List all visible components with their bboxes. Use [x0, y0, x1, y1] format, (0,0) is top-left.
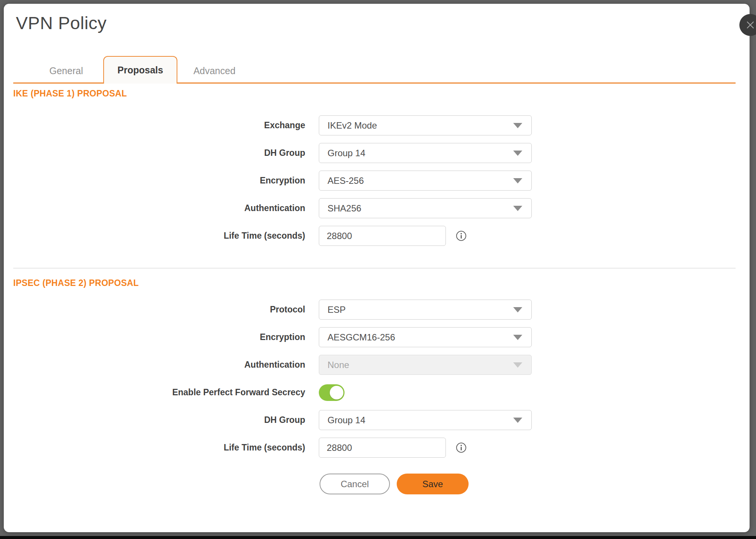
- exchange-label: Exchange: [13, 120, 305, 130]
- tab-bar: General Proposals Advanced: [13, 55, 736, 84]
- info-icon: [456, 230, 467, 241]
- chevron-down-icon: [513, 123, 522, 128]
- section-heading-ike-phase1: IKE (PHASE 1) PROPOSAL: [13, 88, 736, 99]
- pfs-label: Enable Perfect Forward Secrecy: [13, 387, 305, 398]
- ipsec-life-time-label: Life Time (seconds): [13, 443, 305, 453]
- chevron-down-icon: [513, 418, 522, 423]
- ike-life-time-input[interactable]: [319, 226, 446, 246]
- field-row-ipsec-life-time: Life Time (seconds): [13, 438, 736, 458]
- protocol-select-value: ESP: [328, 304, 346, 315]
- screen-bottom-edge: [0, 536, 756, 539]
- chevron-down-icon: [513, 206, 522, 211]
- ike-authentication-select-value: SHA256: [328, 203, 361, 214]
- save-button[interactable]: Save: [397, 474, 469, 494]
- protocol-label: Protocol: [13, 304, 305, 315]
- ipsec-encryption-label: Encryption: [13, 332, 305, 342]
- chevron-down-icon: [513, 178, 522, 183]
- proposals-tab-content: IKE (PHASE 1) PROPOSAL Exchange IKEv2 Mo…: [4, 88, 750, 494]
- field-row-ike-encryption: Encryption AES-256: [13, 171, 736, 191]
- field-row-ike-dh-group: DH Group Group 14: [13, 143, 736, 163]
- ipsec-dh-group-label: DH Group: [13, 415, 305, 425]
- dialog-footer: Cancel Save: [320, 474, 736, 494]
- ike-authentication-select[interactable]: SHA256: [319, 198, 532, 218]
- section-divider: [13, 268, 736, 269]
- field-row-ike-life-time: Life Time (seconds): [13, 226, 736, 246]
- close-icon: [745, 20, 755, 30]
- field-row-pfs-toggle: Enable Perfect Forward Secrecy: [13, 382, 736, 402]
- ike-dh-group-select-value: Group 14: [328, 148, 365, 158]
- tab-proposals[interactable]: Proposals: [103, 56, 177, 84]
- field-row-ike-authentication: Authentication SHA256: [13, 198, 736, 218]
- protocol-select[interactable]: ESP: [319, 300, 532, 320]
- ike-dh-group-select[interactable]: Group 14: [319, 143, 532, 163]
- field-row-exchange: Exchange IKEv2 Mode: [13, 115, 736, 135]
- ipsec-encryption-select[interactable]: AESGCM16-256: [319, 327, 532, 347]
- cancel-button[interactable]: Cancel: [320, 474, 390, 494]
- ipsec-authentication-label: Authentication: [13, 360, 305, 370]
- field-row-protocol: Protocol ESP: [13, 300, 736, 320]
- chevron-down-icon: [513, 335, 522, 340]
- info-icon: [456, 442, 467, 453]
- tab-advanced[interactable]: Advanced: [177, 59, 251, 82]
- pfs-toggle-on[interactable]: [319, 384, 345, 401]
- ipsec-dh-group-select[interactable]: Group 14: [319, 410, 532, 430]
- field-row-ipsec-encryption: Encryption AESGCM16-256: [13, 327, 736, 347]
- tab-general[interactable]: General: [29, 59, 103, 82]
- page-title: VPN Policy: [16, 12, 750, 34]
- exchange-select[interactable]: IKEv2 Mode: [319, 115, 532, 135]
- field-row-ipsec-authentication: Authentication None: [13, 355, 736, 375]
- chevron-down-icon: [513, 307, 522, 312]
- ike-encryption-select-value: AES-256: [328, 176, 364, 186]
- vpn-policy-dialog: VPN Policy General Proposals Advanced IK…: [4, 4, 750, 532]
- ipsec-authentication-select-disabled: None: [319, 355, 532, 375]
- chevron-down-icon: [513, 151, 522, 156]
- toggle-knob: [330, 386, 343, 399]
- chevron-down-icon: [513, 362, 522, 368]
- ipsec-authentication-select-value: None: [328, 360, 349, 370]
- ike-encryption-select[interactable]: AES-256: [319, 171, 532, 191]
- section-heading-ipsec-phase2: IPSEC (PHASE 2) PROPOSAL: [13, 278, 736, 288]
- ike-dh-group-label: DH Group: [13, 148, 305, 158]
- ike-encryption-label: Encryption: [13, 176, 305, 186]
- ipsec-life-time-input[interactable]: [319, 438, 446, 458]
- exchange-select-value: IKEv2 Mode: [328, 120, 377, 131]
- ipsec-encryption-select-value: AESGCM16-256: [328, 332, 395, 343]
- ike-life-time-label: Life Time (seconds): [13, 231, 305, 241]
- ike-authentication-label: Authentication: [13, 203, 305, 213]
- ipsec-dh-group-select-value: Group 14: [328, 415, 365, 426]
- ike-life-time-info[interactable]: [456, 230, 467, 241]
- ipsec-life-time-info[interactable]: [456, 442, 467, 453]
- field-row-ipsec-dh-group: DH Group Group 14: [13, 410, 736, 430]
